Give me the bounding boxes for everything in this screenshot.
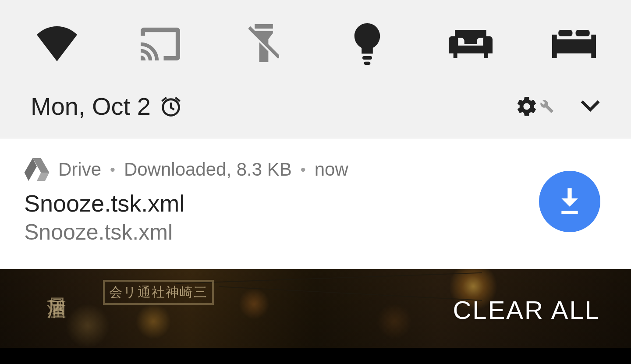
bulb-icon	[354, 23, 380, 65]
quick-settings-tiles	[0, 0, 631, 83]
qs-tile-wifi[interactable]	[31, 18, 83, 70]
drive-icon	[24, 158, 50, 181]
notification-app-name: Drive	[58, 159, 101, 180]
notification-time: now	[315, 159, 348, 180]
separator-dot: •	[110, 161, 115, 178]
wallpaper-sign-box: 会リ通社神崎三	[103, 280, 214, 305]
qs-tile-bulb[interactable]	[341, 18, 393, 70]
qs-footer-actions	[515, 95, 600, 118]
settings-button[interactable]	[515, 95, 554, 118]
svg-rect-7	[561, 211, 578, 214]
notification-title: Snooze.tsk.xml	[24, 190, 539, 217]
bed-icon	[552, 30, 596, 58]
wifi-icon	[35, 26, 79, 61]
qs-tile-flashlight[interactable]	[238, 18, 290, 70]
clear-all-button[interactable]: CLEAR ALL	[453, 295, 600, 325]
qs-tile-cast[interactable]	[134, 18, 187, 70]
svg-rect-2	[362, 56, 372, 59]
notification-subtitle: Snooze.tsk.xml	[24, 219, 539, 245]
svg-rect-5	[576, 30, 590, 36]
notification-card[interactable]: Drive • Downloaded, 8.3 KB • now Snooze.…	[0, 138, 631, 269]
notification-status: Downloaded, 8.3 KB	[124, 159, 292, 180]
download-action-button[interactable]	[539, 171, 600, 232]
date-alarm-area[interactable]: Mon, Oct 2	[31, 92, 515, 120]
date-text: Mon, Oct 2	[31, 92, 151, 120]
notification-header: Drive • Downloaded, 8.3 KB • now	[24, 158, 539, 181]
gear-icon	[515, 95, 538, 118]
svg-rect-3	[364, 61, 371, 64]
cast-icon	[141, 28, 180, 60]
wrench-icon	[540, 99, 554, 113]
couch-icon	[449, 30, 493, 58]
quick-settings-panel: Mon, Oct 2	[0, 0, 631, 138]
expand-button[interactable]	[580, 99, 600, 113]
qs-tile-couch[interactable]	[444, 18, 497, 70]
quick-settings-footer: Mon, Oct 2	[0, 83, 631, 138]
qs-tile-bed[interactable]	[548, 18, 600, 70]
svg-rect-0	[255, 24, 273, 28]
download-icon	[557, 188, 582, 215]
svg-rect-4	[558, 30, 572, 36]
wallpaper-sign-vertical: 居酒屋つ	[44, 282, 70, 311]
chevron-down-icon	[580, 99, 600, 112]
flashlight-off-icon	[248, 24, 279, 64]
alarm-icon	[160, 95, 182, 118]
separator-dot: •	[301, 161, 306, 178]
wallpaper-area: 居酒屋つ 会リ通社神崎三 CLEAR ALL	[0, 269, 631, 348]
